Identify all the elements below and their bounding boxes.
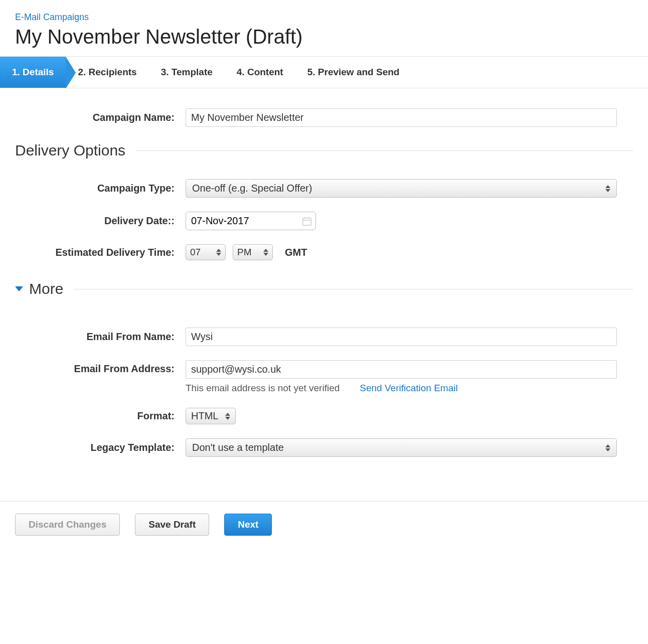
legacy-template-label: Legacy Template: xyxy=(15,442,186,453)
campaign-name-input[interactable] xyxy=(186,108,617,127)
tab-details[interactable]: 1. Details xyxy=(0,57,66,88)
select-spinner-icon xyxy=(225,413,230,420)
delivery-date-input[interactable] xyxy=(186,212,301,230)
breadcrumb-link[interactable]: E-Mail Campaigns xyxy=(15,12,89,23)
select-spinner-icon xyxy=(263,249,268,256)
legacy-template-value: Don't use a template xyxy=(192,442,284,453)
send-verification-link[interactable]: Send Verification Email xyxy=(360,383,457,394)
tab-content[interactable]: 4. Content xyxy=(225,57,295,88)
campaign-type-label: Campaign Type: xyxy=(15,183,186,194)
legacy-template-select[interactable]: Don't use a template xyxy=(186,438,617,457)
chevron-down-icon xyxy=(15,286,23,291)
select-spinner-icon xyxy=(605,444,610,451)
campaign-type-select[interactable]: One-off (e.g. Special Offer) xyxy=(186,179,617,198)
from-address-input[interactable] xyxy=(186,360,617,379)
verification-hint: This email address is not yet verified xyxy=(186,383,340,394)
ampm-value: PM xyxy=(237,247,252,258)
select-spinner-icon xyxy=(216,249,221,256)
tab-template[interactable]: 3. Template xyxy=(149,57,225,88)
from-name-input[interactable] xyxy=(186,328,617,346)
save-draft-button[interactable]: Save Draft xyxy=(135,514,209,536)
delivery-date-label: Delivery Date:: xyxy=(15,215,186,227)
format-select[interactable]: HTML xyxy=(186,408,236,424)
from-address-label: Email From Address: xyxy=(15,360,186,375)
format-value: HTML xyxy=(191,410,218,422)
delivery-date-input-wrap[interactable] xyxy=(186,212,316,230)
svg-rect-0 xyxy=(303,218,311,225)
campaign-name-label: Campaign Name: xyxy=(15,112,186,123)
calendar-icon xyxy=(301,216,312,227)
select-spinner-icon xyxy=(605,185,610,192)
format-label: Format: xyxy=(15,410,186,422)
section-divider xyxy=(73,289,633,289)
hour-value: 07 xyxy=(190,247,201,258)
from-name-label: Email From Name: xyxy=(15,331,186,343)
tab-preview-send[interactable]: 5. Preview and Send xyxy=(295,57,412,88)
page-title: My November Newsletter (Draft) xyxy=(15,26,633,48)
section-divider xyxy=(135,150,633,151)
more-section-header[interactable]: More xyxy=(15,280,633,297)
wizard-tabs: 1. Details 2. Recipients 3. Template 4. … xyxy=(0,56,648,88)
delivery-options-title: Delivery Options xyxy=(15,142,125,159)
next-button[interactable]: Next xyxy=(224,514,272,536)
tab-recipients[interactable]: 2. Recipients xyxy=(66,57,148,88)
more-title: More xyxy=(29,280,63,297)
campaign-type-value: One-off (e.g. Special Offer) xyxy=(192,183,312,194)
discard-changes-button[interactable]: Discard Changes xyxy=(15,514,120,536)
ampm-select[interactable]: PM xyxy=(233,244,273,260)
timezone-label: GMT xyxy=(285,247,307,258)
hour-select[interactable]: 07 xyxy=(186,244,226,260)
estimated-time-label: Estimated Delivery Time: xyxy=(15,247,186,258)
delivery-options-header: Delivery Options xyxy=(15,142,633,159)
footer-bar: Discard Changes Save Draft Next xyxy=(0,501,648,548)
